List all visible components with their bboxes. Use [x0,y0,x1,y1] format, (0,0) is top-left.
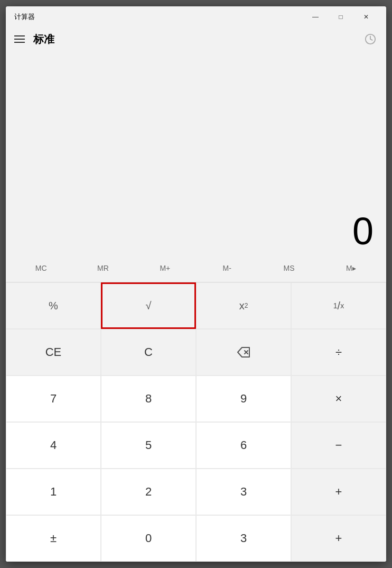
nine-button[interactable]: 9 [196,375,291,422]
calc-header: 标准 [6,28,386,51]
eight-button[interactable]: 8 [101,375,196,422]
five-button[interactable]: 5 [101,422,196,469]
decimal-button[interactable]: 3 [196,515,291,562]
hamburger-line-3 [14,42,25,43]
mplus-button[interactable]: M+ [134,256,196,280]
six-button[interactable]: 6 [196,422,291,469]
equals-button[interactable]: + [291,515,386,562]
row-456: 4 5 6 − [6,422,386,469]
mode-title: 标准 [33,32,54,47]
mminus-button[interactable]: M- [196,256,258,280]
ms-button[interactable]: MS [258,256,320,280]
function-row: % √ x2 1/x [6,282,386,329]
add-button[interactable]: + [291,469,386,515]
seven-button[interactable]: 7 [6,375,101,422]
display-value: 0 [352,212,374,250]
two-button[interactable]: 2 [101,469,196,515]
c-button[interactable]: C [101,329,196,375]
row-789: 7 8 9 × [6,375,386,422]
square-button[interactable]: x2 [196,282,291,329]
window-title: 计算器 [14,12,35,22]
maximize-button[interactable]: □ [329,8,352,25]
hamburger-line-1 [14,35,25,36]
mstore-button[interactable]: M▸ [320,256,382,280]
reciprocal-button[interactable]: 1/x [291,282,386,329]
sqrt-button[interactable]: √ [101,282,196,329]
divide-button[interactable]: ÷ [291,329,386,375]
header-left: 标准 [14,32,54,47]
backspace-button[interactable] [196,329,291,375]
clear-row: CE C ÷ [6,329,386,375]
mr-button[interactable]: MR [72,256,134,280]
plusminus-button[interactable]: ± [6,515,101,562]
percent-button[interactable]: % [6,282,101,329]
history-button[interactable] [363,32,378,47]
row-123: 1 2 3 + [6,469,386,515]
subtract-button[interactable]: − [291,422,386,469]
three-button[interactable]: 3 [196,469,291,515]
mc-button[interactable]: MC [10,256,72,280]
hamburger-line-2 [14,39,25,40]
display-area: 0 [6,51,386,254]
four-button[interactable]: 4 [6,422,101,469]
title-bar: 计算器 — □ ✕ [6,6,386,28]
bottom-row: ± 0 3 + [6,515,386,562]
zero-button[interactable]: 0 [101,515,196,562]
window-controls: — □ ✕ [304,8,378,25]
memory-row: MC MR M+ M- MS M▸ [6,254,386,282]
minimize-button[interactable]: — [304,8,327,25]
one-button[interactable]: 1 [6,469,101,515]
close-button[interactable]: ✕ [354,8,378,25]
menu-button[interactable] [14,35,25,43]
calculator-window: 计算器 — □ ✕ 标准 0 MC MR M+ [6,6,386,562]
multiply-button[interactable]: × [291,375,386,422]
ce-button[interactable]: CE [6,329,101,375]
